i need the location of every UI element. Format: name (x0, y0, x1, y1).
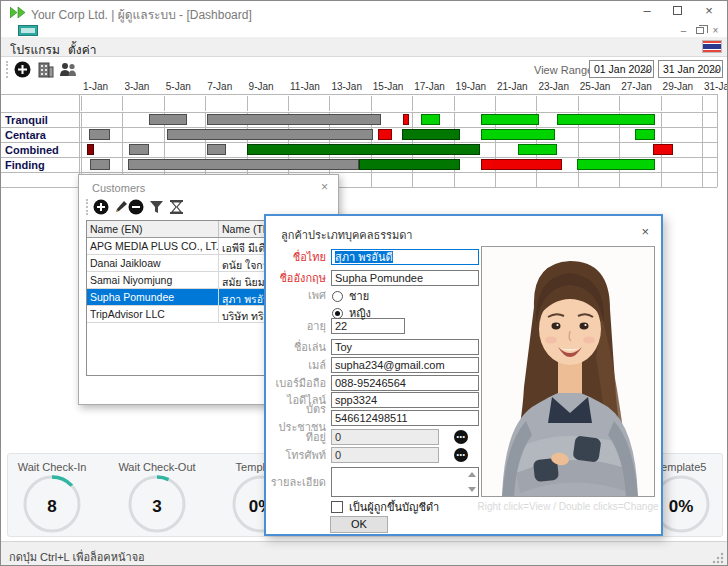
scroll-down-icon[interactable] (468, 487, 476, 492)
gantt-bar[interactable] (167, 129, 373, 140)
gantt-row-line (1, 112, 717, 113)
gender-male-label: ชาย (349, 287, 369, 305)
gantt-bar[interactable] (378, 129, 392, 140)
scroll-up-icon[interactable] (468, 472, 476, 477)
gantt-tick (536, 96, 537, 111)
gantt-bar[interactable] (653, 144, 673, 155)
field-input-4[interactable]: supha234@gmail.com (331, 357, 479, 373)
gantt-row-label: Finding (5, 159, 45, 171)
gender-female-label: หญิง (349, 304, 371, 322)
radio-icon (332, 291, 343, 302)
gantt-bar[interactable] (247, 144, 481, 155)
card-value: 3 (105, 497, 209, 517)
gantt-tick (164, 96, 165, 111)
gantt-bar[interactable] (87, 144, 94, 155)
dashboard-card: Wait Check-Out3 (105, 455, 209, 535)
ellipsis-button[interactable]: ••• (454, 448, 468, 462)
customer-name-en: Danai Jaikloaw (87, 255, 219, 271)
gantt-date-label: 5-Jan (166, 81, 191, 92)
card-label: Wait Check-Out (105, 461, 209, 473)
gantt-bar[interactable] (403, 114, 409, 125)
field-input-8[interactable]: 0 (331, 429, 439, 445)
gantt-date-label: 15-Jan (373, 81, 404, 92)
gantt-date-label: 9-Jan (249, 81, 274, 92)
gantt-bar[interactable] (481, 129, 556, 140)
ellipsis-button[interactable]: ••• (454, 430, 468, 444)
gantt-date-label: 3-Jan (124, 81, 149, 92)
dashboard-card: Wait Check-In8 (0, 455, 104, 535)
radio-checked-icon (332, 308, 343, 319)
customers-window-title: Customers (92, 182, 145, 194)
selected-text: สุภา พรอันดี (335, 251, 393, 263)
gantt-bar[interactable] (129, 144, 150, 155)
gantt-bar[interactable] (635, 129, 656, 140)
gantt-chart: 1-Jan3-Jan5-Jan7-Jan9-Jan11-Jan13-Jan15-… (1, 1, 728, 201)
gantt-tick (122, 96, 123, 111)
customers-close-button[interactable]: × (321, 180, 328, 194)
filter-icon[interactable] (149, 199, 164, 215)
card-label: Wait Check-In (0, 461, 104, 473)
gantt-bar[interactable] (207, 144, 226, 155)
portrait-illustration (482, 247, 655, 497)
gantt-tick (702, 96, 703, 111)
customer-add-icon[interactable] (93, 199, 109, 215)
field-label: เมล์ (266, 357, 326, 373)
gantt-date-label: 11-Jan (290, 81, 320, 92)
field-input-10[interactable] (331, 467, 479, 497)
resize-grip-icon[interactable] (712, 552, 724, 564)
field-input-7[interactable]: 546612498511 (331, 410, 479, 426)
gantt-tick (329, 96, 330, 111)
gantt-date-label: 27-Jan (621, 81, 652, 92)
gantt-tick (454, 96, 455, 111)
field-label: ที่อยู่ (266, 429, 326, 445)
gantt-bar[interactable] (90, 159, 110, 170)
gantt-bar[interactable] (89, 129, 110, 140)
gantt-tick (495, 96, 496, 111)
checkbox-icon (331, 501, 343, 513)
field-label: ชื่ออังกฤษ (266, 270, 326, 286)
gantt-bar[interactable] (359, 159, 459, 170)
field-input-0[interactable]: สุภา พรอันดี (331, 249, 479, 265)
gantt-tick (578, 96, 579, 111)
gantt-bar[interactable] (402, 129, 460, 140)
field-input-5[interactable]: 088-95246564 (331, 375, 479, 391)
gantt-bar[interactable] (128, 159, 360, 170)
gantt-row-label: Tranquil (5, 114, 48, 126)
field-label: ชื่อไทย (266, 249, 326, 265)
blacklist-checkbox[interactable]: เป็นผู้ถูกขึ้นบัญชีดำ (331, 498, 439, 516)
gender-radio-female[interactable]: หญิง (332, 304, 371, 322)
gantt-bar[interactable] (577, 159, 656, 170)
gantt-date-label: 1-Jan (83, 81, 108, 92)
ok-button[interactable]: OK (330, 516, 388, 533)
field-label: เบอร์มือถือ (266, 375, 326, 391)
customer-remove-icon[interactable] (128, 199, 144, 215)
gantt-tick (371, 96, 372, 111)
field-input-6[interactable]: spp3324 (331, 392, 479, 408)
gantt-bar[interactable] (207, 114, 381, 125)
gantt-bar[interactable] (421, 114, 441, 125)
field-label: รายละเอียด (266, 467, 326, 497)
field-input-1[interactable]: Supha Pomundee (331, 270, 479, 286)
gantt-date-label: 7-Jan (207, 81, 232, 92)
dialog-close-button[interactable]: × (641, 224, 649, 239)
field-input-9[interactable]: 0 (331, 447, 439, 463)
customer-name-en: Samai Niyomjung (87, 272, 219, 288)
gender-radio-male[interactable]: ชาย (332, 287, 369, 305)
status-text: กดปุ่ม Ctrl+L เพื่อล็อคหน้าจอ (9, 548, 145, 566)
gantt-bar[interactable] (481, 159, 563, 170)
customer-name-en: Supha Pomundee (87, 289, 219, 305)
gantt-bar[interactable] (149, 114, 186, 125)
field-label: อายุ (266, 318, 326, 334)
gantt-date-label: 23-Jan (538, 81, 569, 92)
field-input-3[interactable]: Toy (331, 339, 479, 355)
gantt-bar[interactable] (481, 114, 539, 125)
gantt-tick (619, 96, 620, 111)
hourglass-icon[interactable] (169, 199, 184, 215)
column-header-name-en[interactable]: Name (EN) (87, 221, 219, 237)
gantt-bar[interactable] (557, 114, 655, 125)
customer-edit-icon[interactable] (113, 199, 129, 215)
customer-photo[interactable] (481, 246, 655, 497)
gantt-right-border (717, 94, 718, 187)
gantt-bar[interactable] (518, 144, 557, 155)
dialog-title: ลูกค้าประเภทบุคคลธรรมดา (281, 226, 413, 244)
